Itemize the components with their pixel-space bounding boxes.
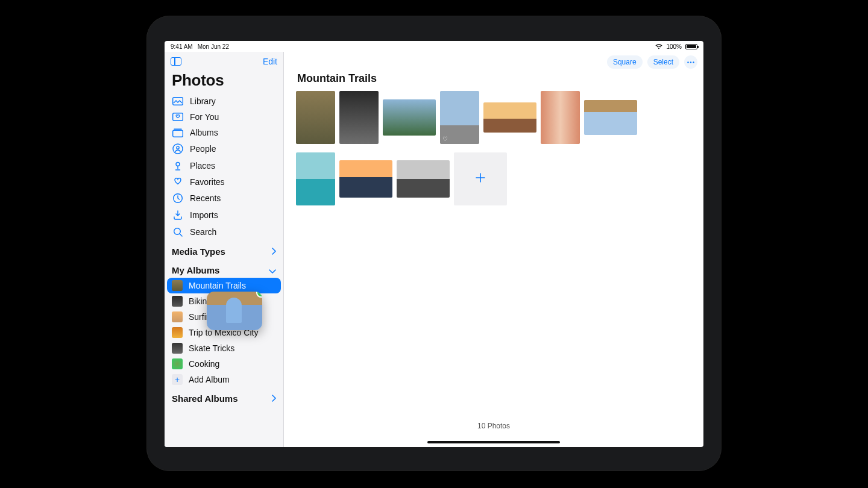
ellipsis-icon: [687, 61, 694, 63]
add-photo-button[interactable]: [454, 152, 507, 205]
album-thumb-icon: [172, 327, 183, 338]
photo-thumb[interactable]: [339, 160, 392, 198]
svg-point-10: [693, 61, 694, 63]
photo-count: 10 Photos: [284, 422, 703, 430]
photo-thumb[interactable]: [296, 91, 335, 144]
sidebar-toggle-icon[interactable]: [171, 57, 181, 66]
edit-button[interactable]: Edit: [263, 57, 277, 66]
album-title: Mountain Trails: [284, 71, 703, 91]
album-thumb-icon: [172, 296, 183, 307]
search-icon: [172, 227, 184, 237]
album-item-label: Mountain Trails: [189, 281, 246, 290]
section-label: My Albums: [172, 265, 219, 275]
album-thumb-icon: [172, 358, 183, 369]
sidebar-item-label: Search: [190, 227, 216, 237]
drag-ghost-thumbnail[interactable]: [207, 292, 262, 330]
status-time: 9:41 AM: [171, 43, 193, 50]
sidebar: Edit Photos Library For You Albums: [165, 52, 284, 447]
svg-rect-0: [173, 98, 183, 105]
section-my-albums[interactable]: My Albums: [165, 259, 283, 278]
section-shared-albums[interactable]: Shared Albums: [165, 387, 283, 406]
foryou-icon: [172, 113, 184, 121]
svg-point-4: [177, 146, 179, 149]
status-date: Mon Jun 22: [198, 43, 229, 50]
svg-rect-2: [173, 130, 183, 137]
sidebar-item-label: Imports: [190, 210, 218, 220]
album-thumb-icon: [172, 343, 183, 354]
sidebar-item-people[interactable]: People: [167, 140, 281, 157]
sidebar-item-label: Favorites: [190, 177, 225, 187]
battery-percent: 100%: [666, 43, 682, 50]
photo-thumb[interactable]: [483, 102, 536, 133]
select-button[interactable]: Select: [647, 55, 679, 69]
sidebar-item-imports[interactable]: Imports: [167, 207, 281, 224]
chevron-right-icon: [271, 246, 276, 257]
photo-thumb[interactable]: [383, 99, 436, 136]
library-icon: [172, 97, 184, 105]
sidebar-item-foryou[interactable]: For You: [167, 109, 281, 125]
plus-icon: +: [172, 374, 183, 385]
sidebar-item-recents[interactable]: Recents: [167, 190, 281, 207]
home-indicator[interactable]: [427, 441, 560, 443]
sidebar-item-label: For You: [190, 112, 219, 122]
main-panel: Square Select Mountain Trails ♡: [284, 52, 703, 447]
chevron-right-icon: [271, 393, 276, 404]
photo-thumb[interactable]: [296, 152, 335, 205]
sidebar-item-label: Recents: [190, 193, 221, 203]
import-icon: [172, 210, 184, 221]
more-button[interactable]: [684, 55, 697, 69]
photo-thumb[interactable]: [339, 91, 379, 144]
svg-point-8: [687, 61, 688, 63]
heart-icon: ♡: [442, 136, 448, 142]
people-icon: [172, 143, 184, 154]
section-media-types[interactable]: Media Types: [165, 240, 283, 259]
album-thumb-icon: [172, 311, 183, 322]
svg-point-9: [690, 61, 691, 63]
sidebar-item-library[interactable]: Library: [167, 93, 281, 109]
photo-thumb[interactable]: [584, 100, 637, 135]
album-item-skate[interactable]: Skate Tricks: [167, 340, 281, 356]
wifi-icon: [655, 44, 662, 49]
album-item-label: Skate Tricks: [189, 343, 234, 353]
album-item-label: Cooking: [189, 359, 219, 369]
plus-icon: [474, 172, 486, 186]
ipad-screen: 9:41 AM Mon Jun 22 100% Edit Photos: [165, 41, 703, 447]
section-label: Shared Albums: [172, 393, 237, 404]
section-label: Media Types: [172, 246, 225, 257]
clock-icon: [172, 193, 184, 204]
square-button[interactable]: Square: [607, 55, 643, 69]
sidebar-item-label: Albums: [190, 128, 218, 137]
svg-point-5: [176, 163, 180, 166]
sidebar-item-places[interactable]: Places: [167, 157, 281, 174]
sidebar-item-label: Library: [190, 96, 216, 106]
photo-grid: ♡: [284, 91, 703, 205]
sidebar-item-label: People: [190, 144, 216, 154]
album-item-label: Add Album: [189, 375, 230, 384]
album-item-cooking[interactable]: Cooking: [167, 356, 281, 372]
sidebar-title: Photos: [165, 70, 283, 93]
ipad-frame: 9:41 AM Mon Jun 22 100% Edit Photos: [146, 16, 722, 471]
photo-thumb[interactable]: [397, 160, 450, 198]
add-album-button[interactable]: + Add Album: [167, 372, 281, 387]
chevron-down-icon: [269, 265, 276, 275]
sidebar-item-search[interactable]: Search: [167, 224, 281, 240]
heart-icon: [172, 177, 184, 187]
sidebar-item-albums[interactable]: Albums: [167, 125, 281, 140]
battery-icon: [685, 44, 697, 49]
svg-rect-1: [173, 113, 183, 121]
places-icon: [172, 160, 184, 171]
photo-thumb[interactable]: [541, 91, 580, 144]
status-bar: 9:41 AM Mon Jun 22 100%: [165, 41, 703, 52]
album-thumb-icon: [172, 280, 183, 291]
photo-thumb[interactable]: ♡: [440, 91, 479, 144]
sidebar-item-label: Places: [190, 161, 215, 170]
sidebar-item-favorites[interactable]: Favorites: [167, 174, 281, 190]
albums-icon: [172, 128, 184, 137]
